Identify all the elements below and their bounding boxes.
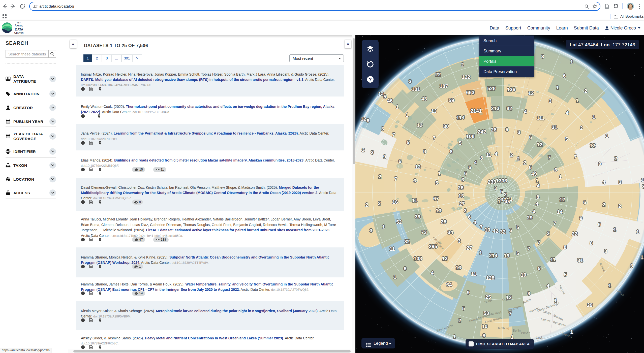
- svg-text:?: ?: [369, 77, 372, 82]
